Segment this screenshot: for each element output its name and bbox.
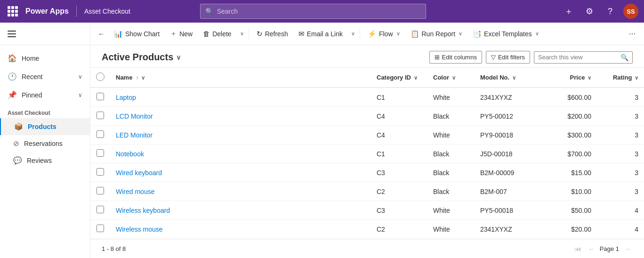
select-all-header[interactable] bbox=[90, 68, 110, 88]
select-all-circle[interactable] bbox=[96, 73, 105, 81]
refresh-label: Refresh bbox=[265, 30, 288, 38]
settings-button[interactable]: ⚙ bbox=[582, 4, 597, 19]
run-report-button[interactable]: 📋 Run Report ∨ bbox=[406, 27, 467, 41]
global-search[interactable]: 🔍 bbox=[200, 4, 426, 19]
row-name[interactable]: Laptop bbox=[110, 88, 371, 107]
row-checkbox[interactable] bbox=[97, 225, 104, 232]
product-name-link[interactable]: Laptop bbox=[116, 94, 136, 101]
refresh-button[interactable]: ↻ Refresh bbox=[252, 27, 293, 41]
product-name-link[interactable]: Wireless mouse bbox=[116, 226, 163, 233]
col-color[interactable]: Color ∨ bbox=[427, 68, 475, 88]
row-model-no: PY9-00018 bbox=[475, 126, 540, 145]
row-rating: 3 bbox=[597, 145, 644, 163]
row-checkbox-cell[interactable] bbox=[90, 163, 110, 182]
row-color: Black bbox=[427, 107, 475, 126]
next-page-button[interactable]: → bbox=[622, 243, 633, 255]
col-rating-label: Rating bbox=[613, 74, 632, 81]
edit-columns-button[interactable]: ⊞ Edit columns bbox=[429, 51, 482, 64]
row-model-no: 2341XYXZ bbox=[475, 220, 540, 239]
row-price: $300.00 bbox=[540, 126, 597, 145]
show-chart-button[interactable]: 📊 Show Chart bbox=[109, 27, 164, 41]
chevron-down-icon-1[interactable]: ∨ bbox=[238, 31, 246, 37]
sidebar-item-reservations[interactable]: ⊘ Reservations bbox=[0, 135, 90, 152]
col-price[interactable]: Price ∨ bbox=[540, 68, 597, 88]
col-category-id-label: Category ID bbox=[377, 74, 411, 81]
products-table: Name ↑ ∨ Category ID ∨ Color ∨ bbox=[90, 68, 644, 239]
back-button[interactable]: ← bbox=[94, 27, 108, 40]
rating-filter-icon[interactable]: ∨ bbox=[635, 75, 638, 81]
row-model-no: B2M-00009 bbox=[475, 163, 540, 182]
col-category-id[interactable]: Category ID ∨ bbox=[371, 68, 427, 88]
sidebar-item-reviews[interactable]: 💬 Reviews bbox=[0, 152, 90, 169]
reviews-label: Reviews bbox=[27, 157, 52, 164]
row-checkbox[interactable] bbox=[97, 130, 104, 138]
product-name-link[interactable]: LED Monitor bbox=[116, 131, 153, 139]
col-name[interactable]: Name ↑ ∨ bbox=[110, 68, 371, 88]
more-commands-button[interactable]: ⋯ bbox=[624, 27, 640, 40]
color-filter-icon[interactable]: ∨ bbox=[452, 75, 456, 81]
catid-filter-icon[interactable]: ∨ bbox=[414, 75, 418, 81]
waffle-button[interactable] bbox=[6, 4, 20, 18]
row-name[interactable]: Wired mouse bbox=[110, 182, 371, 201]
row-color: White bbox=[427, 126, 475, 145]
email-link-label: Email a Link bbox=[307, 30, 343, 38]
product-name-link[interactable]: Wired keyboard bbox=[116, 169, 162, 177]
edit-filters-button[interactable]: ▽ Edit filters bbox=[486, 51, 530, 64]
row-name[interactable]: Wired keyboard bbox=[110, 163, 371, 182]
prev-page-button[interactable]: ← bbox=[586, 243, 597, 255]
new-button[interactable]: ＋ New bbox=[165, 26, 197, 41]
price-filter-icon[interactable]: ∨ bbox=[588, 75, 591, 81]
row-checkbox[interactable] bbox=[97, 149, 104, 157]
row-checkbox[interactable] bbox=[97, 93, 104, 100]
sidebar-item-pinned[interactable]: 📌 Pinned ∨ bbox=[0, 86, 90, 104]
product-name-link[interactable]: LCD Monitor bbox=[116, 113, 153, 120]
model-filter-icon[interactable]: ∨ bbox=[512, 75, 516, 81]
row-checkbox-cell[interactable] bbox=[90, 182, 110, 201]
delete-button[interactable]: 🗑 Delete bbox=[198, 27, 236, 40]
col-model-no[interactable]: Model No. ∨ bbox=[475, 68, 540, 88]
row-checkbox[interactable] bbox=[97, 112, 104, 119]
section-label: Asset Checkout bbox=[0, 104, 90, 118]
sidebar-toggle[interactable] bbox=[0, 23, 90, 45]
pinned-label: Pinned bbox=[22, 91, 73, 99]
row-checkbox[interactable] bbox=[97, 168, 104, 176]
add-button[interactable]: ＋ bbox=[561, 4, 576, 19]
row-name[interactable]: LCD Monitor bbox=[110, 107, 371, 126]
email-link-button[interactable]: ✉ Email a Link bbox=[294, 27, 347, 41]
flow-chevron-icon: ∨ bbox=[396, 31, 400, 37]
row-checkbox[interactable] bbox=[97, 187, 104, 194]
chevron-down-icon-2[interactable]: ∨ bbox=[349, 31, 357, 37]
row-name[interactable]: LED Monitor bbox=[110, 126, 371, 145]
view-title-chevron-icon[interactable]: ∨ bbox=[176, 54, 181, 61]
flow-button[interactable]: ⚡ Flow ∨ bbox=[363, 27, 405, 41]
search-input[interactable] bbox=[217, 8, 421, 15]
excel-templates-label: Excel Templates bbox=[484, 30, 532, 38]
view-search[interactable]: 🔍 bbox=[534, 51, 633, 64]
row-color: White bbox=[427, 220, 475, 239]
row-name[interactable]: Wireless keyboard bbox=[110, 201, 371, 220]
first-page-button[interactable]: ⏮ bbox=[572, 243, 583, 255]
row-checkbox-cell[interactable] bbox=[90, 107, 110, 126]
sidebar-item-recent[interactable]: 🕐 Recent ∨ bbox=[0, 67, 90, 86]
row-checkbox-cell[interactable] bbox=[90, 220, 110, 239]
name-filter-icon[interactable]: ∨ bbox=[141, 75, 145, 81]
row-checkbox-cell[interactable] bbox=[90, 88, 110, 107]
row-name[interactable]: Notebook bbox=[110, 145, 371, 163]
col-rating[interactable]: Rating ∨ bbox=[597, 68, 644, 88]
avatar[interactable]: SS bbox=[623, 4, 638, 19]
excel-templates-button[interactable]: 📑 Excel Templates ∨ bbox=[468, 27, 544, 41]
row-price: $15.00 bbox=[540, 163, 597, 182]
row-checkbox[interactable] bbox=[97, 206, 104, 213]
row-name[interactable]: Wireless mouse bbox=[110, 220, 371, 239]
row-checkbox-cell[interactable] bbox=[90, 201, 110, 220]
view-search-input[interactable] bbox=[538, 54, 618, 61]
help-button[interactable]: ? bbox=[603, 4, 618, 19]
row-checkbox-cell[interactable] bbox=[90, 145, 110, 163]
product-name-link[interactable]: Notebook bbox=[116, 150, 144, 158]
product-name-link[interactable]: Wired mouse bbox=[116, 188, 154, 195]
product-name-link[interactable]: Wireless keyboard bbox=[116, 207, 170, 214]
sidebar-item-products[interactable]: 📦 Products bbox=[0, 118, 90, 135]
row-checkbox-cell[interactable] bbox=[90, 126, 110, 145]
sidebar-item-home[interactable]: 🏠 Home bbox=[0, 49, 90, 67]
view-search-icon: 🔍 bbox=[620, 54, 628, 61]
